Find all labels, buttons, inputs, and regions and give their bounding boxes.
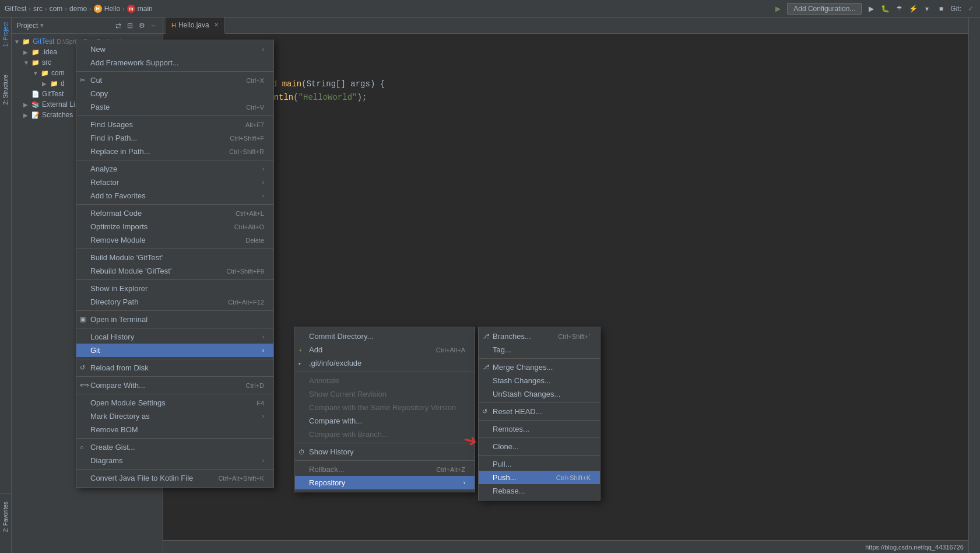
menu-refactor[interactable]: Refactor› (76, 176, 273, 189)
sep3 (76, 160, 273, 160)
repo-reset-head[interactable]: ↺ Reset HEAD... (479, 405, 600, 418)
repo-sep5 (479, 455, 600, 456)
repo-branches[interactable]: ⎇ Branches...Ctrl+Shift+` (479, 330, 600, 343)
sidebar-structure-tab[interactable]: 2: Structure (1, 72, 10, 107)
panel-header: Project ▾ ⇄ ⊟ ⚙ – (12, 18, 163, 34)
repo-unstash[interactable]: UnStash Changes... (479, 387, 600, 401)
panel-dropdown-icon[interactable]: ▾ (40, 22, 44, 29)
menu-convert-kotlin[interactable]: Convert Java File to Kotlin FileCtrl+Alt… (76, 471, 273, 485)
top-bar: GitTest › src › com › demo › H Hello › m… (0, 0, 980, 18)
menu-cut[interactable]: ✂ CutCtrl+X (76, 74, 273, 87)
menu-rebuild-module[interactable]: Rebuild Module 'GitTest'Ctrl+Shift+F9 (76, 264, 273, 278)
menu-remove-bom[interactable]: Remove BOM (76, 423, 273, 436)
code-line-7: } (173, 117, 959, 130)
add-config-button[interactable]: Add Configuration... (787, 3, 862, 15)
menu-open-terminal[interactable]: ▣ Open in Terminal (76, 313, 273, 326)
repo-sep3 (479, 420, 600, 421)
sep5 (76, 249, 273, 249)
menu-remove-module[interactable]: Remove ModuleDelete (76, 233, 273, 247)
toolbar-right: ▶ Add Configuration... ▶ 🐛 ☂ ⚡ ▾ ■ Git: … (773, 3, 975, 15)
repo-pull[interactable]: Pull... (479, 457, 600, 471)
menu-compare-with[interactable]: ⟺ Compare With...Ctrl+D (76, 379, 273, 392)
sep1 (76, 71, 273, 72)
sidebar-project-tab[interactable]: 1: Project (1, 20, 10, 49)
profile-icon[interactable]: ⚡ (908, 4, 918, 13)
sep12 (76, 438, 273, 439)
menu-find-usages[interactable]: Find UsagesAlt+F7 (76, 118, 273, 131)
git-compare-same: Compare with the Same Repository Version (295, 401, 475, 414)
breadcrumb-com[interactable]: com (50, 5, 63, 13)
sep10 (76, 376, 273, 377)
breadcrumb-gittest[interactable]: GitTest (5, 5, 26, 13)
menu-git[interactable]: Git› (76, 344, 273, 357)
repo-merge[interactable]: ⎇ Merge Changes... (479, 360, 600, 374)
right-sidebar-strip (968, 18, 980, 553)
menu-module-settings[interactable]: Open Module SettingsF4 (76, 396, 273, 410)
menu-directory-path[interactable]: Directory PathCtrl+Alt+F12 (76, 295, 273, 309)
menu-build-module[interactable]: Build Module 'GitTest' (76, 251, 273, 264)
repo-clone[interactable]: Clone... (479, 440, 600, 453)
scroll-from-source-icon[interactable]: ⇄ (114, 21, 123, 30)
menu-analyze[interactable]: Analyze› (76, 162, 273, 176)
tab-hello-java[interactable]: H Hello.java ✕ (166, 18, 225, 34)
menu-create-gist[interactable]: ○ Create Gist... (76, 440, 273, 454)
debug-icon[interactable]: 🐛 (880, 4, 890, 13)
repo-rebase[interactable]: Rebase... (479, 484, 600, 498)
file-icon: H (94, 5, 102, 13)
git-sep2 (295, 443, 475, 443)
breadcrumb-hello[interactable]: Hello (104, 5, 120, 13)
repo-push[interactable]: Push...Ctrl+Shift+K (479, 471, 600, 484)
branch-icon: m (127, 5, 135, 13)
git-repository[interactable]: Repository› (295, 476, 475, 489)
main-context-menu: New› Add Framework Support... ✂ CutCtrl+… (76, 40, 274, 488)
dropdown-icon[interactable]: ▾ (922, 4, 932, 13)
stop-icon[interactable]: ■ (936, 4, 946, 13)
menu-add-framework[interactable]: Add Framework Support... (76, 56, 273, 69)
breadcrumb-src[interactable]: src (33, 5, 43, 13)
collapse-all-icon[interactable]: ⊟ (125, 21, 135, 30)
menu-mark-dir[interactable]: Mark Directory as› (76, 410, 273, 423)
favorites-panel-tab[interactable]: 2: Favorites (0, 494, 12, 540)
breadcrumb-branch[interactable]: main (138, 5, 153, 13)
repo-sep1 (479, 358, 600, 359)
menu-show-explorer[interactable]: Show in Explorer (76, 282, 273, 295)
breadcrumb-demo[interactable]: demo (69, 5, 87, 13)
repo-sep2 (479, 402, 600, 403)
git-label: Git: (950, 5, 961, 13)
minimize-icon[interactable]: – (149, 21, 158, 30)
git-compare-branch: Compare with Branch... (295, 428, 475, 441)
coverage-icon[interactable]: ☂ (894, 4, 904, 13)
git-submenu: Commit Directory... + AddCtrl+Alt+A • .g… (294, 327, 475, 492)
repo-sep4 (479, 438, 600, 438)
menu-paste[interactable]: PasteCtrl+V (76, 100, 273, 114)
menu-diagrams[interactable]: Diagrams› (76, 454, 273, 467)
repo-stash[interactable]: Stash Changes... (479, 374, 600, 387)
sep7 (76, 310, 273, 311)
menu-local-history[interactable]: Local History› (76, 330, 273, 344)
menu-reformat[interactable]: Reformat CodeCtrl+Alt+L (76, 206, 273, 220)
git-info-exclude[interactable]: • .git/info/exclude (295, 356, 475, 370)
menu-find-path[interactable]: Find in Path...Ctrl+Shift+F (76, 131, 273, 145)
menu-reload-disk[interactable]: ↺ Reload from Disk (76, 361, 273, 374)
git-show-revision: Show Current Revision (295, 387, 475, 401)
menu-copy[interactable]: Copy (76, 87, 273, 100)
menu-add-favorites[interactable]: Add to Favorites› (76, 189, 273, 202)
git-check-icon[interactable]: ✓ (966, 4, 975, 13)
code-line-5: System.out.println("HelloWorld"); (173, 91, 959, 104)
settings-icon[interactable]: ⚙ (137, 21, 146, 30)
menu-replace-path[interactable]: Replace in Path...Ctrl+Shift+R (76, 145, 273, 158)
tab-close-icon[interactable]: ✕ (214, 22, 219, 28)
repo-tag[interactable]: Tag... (479, 343, 600, 356)
git-commit-dir[interactable]: Commit Directory... (295, 330, 475, 343)
code-line-1: package com.demo; (173, 38, 959, 51)
play-icon[interactable]: ▶ (866, 4, 876, 13)
run-green-icon[interactable]: ▶ (773, 4, 782, 13)
git-compare-with[interactable]: Compare with... (295, 414, 475, 428)
menu-optimize-imports[interactable]: Optimize ImportsCtrl+Alt+O (76, 220, 273, 233)
git-show-history[interactable]: ⏱ Show History (295, 445, 475, 459)
menu-new[interactable]: New› (76, 43, 273, 56)
git-add[interactable]: + AddCtrl+Alt+A (295, 343, 475, 356)
repo-remotes[interactable]: Remotes... (479, 422, 600, 436)
code-line-2 (173, 51, 959, 64)
sep6 (76, 279, 273, 280)
